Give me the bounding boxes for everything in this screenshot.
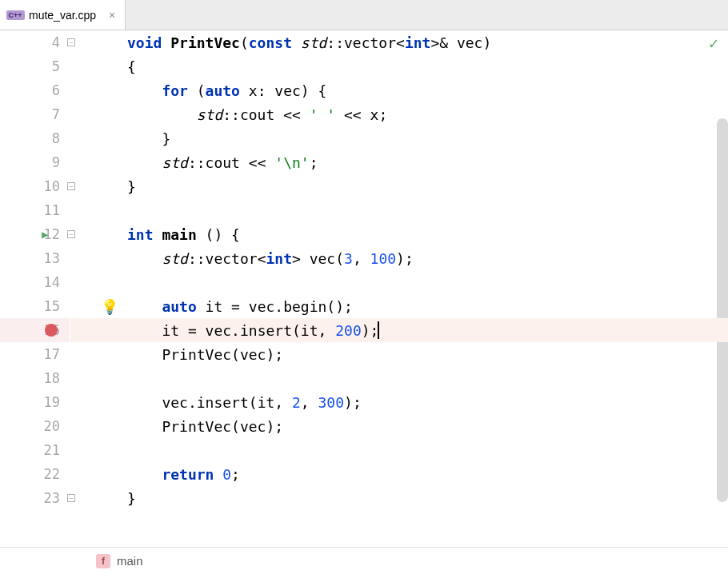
code-token: =	[222, 298, 249, 315]
intention-bulb-icon[interactable]: 💡	[101, 298, 118, 315]
code-token: 0	[222, 466, 231, 483]
cpp-file-icon: C++	[6, 8, 24, 22]
code-line[interactable]	[70, 366, 728, 390]
breakpoint-icon[interactable]	[45, 324, 58, 337]
code-token: begin	[283, 298, 326, 315]
code-line[interactable]	[70, 270, 728, 294]
code-line[interactable]: − void PrintVec(const std::vector<int>& …	[70, 30, 728, 54]
code-token: vector	[206, 250, 258, 267]
line-number: 15	[44, 298, 60, 314]
close-tab-icon[interactable]: ×	[109, 9, 115, 22]
code-token: int	[405, 34, 431, 51]
code-token: std	[162, 154, 188, 171]
code-token: {	[127, 58, 136, 75]
gutter-line[interactable]: 17	[0, 342, 70, 366]
code-line[interactable]: − }	[70, 174, 728, 198]
code-token: cout	[206, 154, 240, 171]
code-token: ;	[310, 154, 318, 171]
file-tab[interactable]: C++ mute_var.cpp ×	[0, 0, 126, 30]
code-token: <	[258, 250, 266, 267]
line-number: 22	[44, 466, 60, 482]
gutter-line[interactable]: 20	[0, 414, 70, 438]
gutter-line[interactable]: 10	[0, 174, 70, 198]
gutter-line[interactable]: 22	[0, 462, 70, 486]
code-token: ;	[231, 466, 240, 483]
code-token: ::	[188, 250, 206, 267]
line-number: 19	[44, 394, 60, 410]
gutter-line[interactable]: 4	[0, 30, 70, 54]
code-line[interactable]: − int main () {	[70, 222, 728, 246]
line-number: 18	[44, 370, 60, 386]
fold-close-icon[interactable]: −	[67, 182, 75, 190]
gutter-line[interactable]: 15	[0, 294, 70, 318]
code-token: .	[274, 298, 283, 315]
code-line[interactable]: for (auto x: vec) {	[70, 78, 728, 102]
code-line[interactable]: − }	[70, 486, 728, 510]
gutter-line[interactable]: 18	[0, 366, 70, 390]
code-line[interactable]: 💡 auto it = vec.begin();	[70, 294, 728, 318]
fold-open-icon[interactable]: −	[67, 38, 75, 46]
code-line[interactable]: return 0;	[70, 462, 728, 486]
line-number: 21	[44, 442, 60, 458]
code-token: main	[162, 226, 196, 243]
code-token: vec	[274, 82, 301, 99]
gutter-line[interactable]: 13	[0, 246, 70, 270]
code-line[interactable]: it = vec.insert(it, 200);	[70, 318, 728, 342]
gutter-line[interactable]: 19	[0, 390, 70, 414]
code-token: return	[162, 466, 214, 483]
gutter-line[interactable]: 21	[0, 438, 70, 462]
gutter-line[interactable]: 14	[0, 270, 70, 294]
fold-open-icon[interactable]: −	[67, 230, 75, 238]
code-line[interactable]: std::cout << '\n';	[70, 150, 728, 174]
code-line[interactable]	[70, 438, 728, 462]
code-token: )	[482, 34, 491, 51]
code-token: vec	[457, 34, 483, 51]
code-token: it	[206, 298, 223, 315]
gutter-line[interactable]: 7	[0, 102, 70, 126]
run-icon[interactable]: ▶	[42, 228, 48, 241]
gutter-line[interactable]: 6	[0, 78, 70, 102]
code-token: vec	[249, 298, 275, 315]
code-token: ;	[378, 106, 387, 123]
breadcrumb-item[interactable]: main	[117, 554, 143, 568]
code-token: <<	[240, 154, 274, 171]
gutter[interactable]: 456789101112▶1314151617181920212223	[0, 30, 70, 547]
code-line[interactable]: PrintVec(vec);	[70, 342, 728, 366]
code-line[interactable]: }	[70, 126, 728, 150]
code-token: vector	[344, 34, 396, 51]
gutter-line[interactable]: 12▶	[0, 222, 70, 246]
code-area[interactable]: ✓ − void PrintVec(const std::vector<int>…	[70, 30, 728, 547]
gutter-line[interactable]: 9	[0, 150, 70, 174]
code-token: ::	[222, 106, 240, 123]
gutter-line[interactable]: 5	[0, 54, 70, 78]
code-line[interactable]: {	[70, 54, 728, 78]
code-token: (	[231, 418, 240, 435]
gutter-line[interactable]: 16	[0, 318, 70, 342]
fold-close-icon[interactable]: −	[67, 494, 75, 502]
code-line[interactable]: PrintVec(vec);	[70, 414, 728, 438]
code-token: '\n'	[274, 154, 309, 171]
code-line[interactable]: std::cout << ' ' << x;	[70, 102, 728, 126]
code-line[interactable]	[70, 198, 728, 222]
code-token: );	[396, 250, 414, 267]
line-number: 7	[52, 106, 60, 122]
line-number: 6	[52, 82, 60, 98]
code-line[interactable]: std::vector<int> vec(3, 100);	[70, 246, 728, 270]
gutter-line[interactable]: 8	[0, 126, 70, 150]
code-token: >&	[430, 34, 457, 51]
editor-area: 456789101112▶1314151617181920212223 ✓ − …	[0, 30, 728, 547]
gutter-line[interactable]: 11	[0, 198, 70, 222]
tab-filename: mute_var.cpp	[29, 9, 96, 22]
code-token: (	[197, 82, 206, 99]
code-token: <<	[335, 106, 370, 123]
gutter-line[interactable]: 23	[0, 486, 70, 510]
code-token: (	[240, 34, 249, 51]
code-token: auto	[206, 82, 240, 99]
code-token: ,	[318, 322, 336, 339]
code-token: :	[258, 82, 275, 99]
code-token: ) {	[301, 82, 327, 99]
code-token: int	[266, 250, 292, 267]
code-token: 200	[335, 322, 362, 339]
line-number: 10	[44, 178, 60, 194]
code-line[interactable]: vec.insert(it, 2, 300);	[70, 390, 728, 414]
